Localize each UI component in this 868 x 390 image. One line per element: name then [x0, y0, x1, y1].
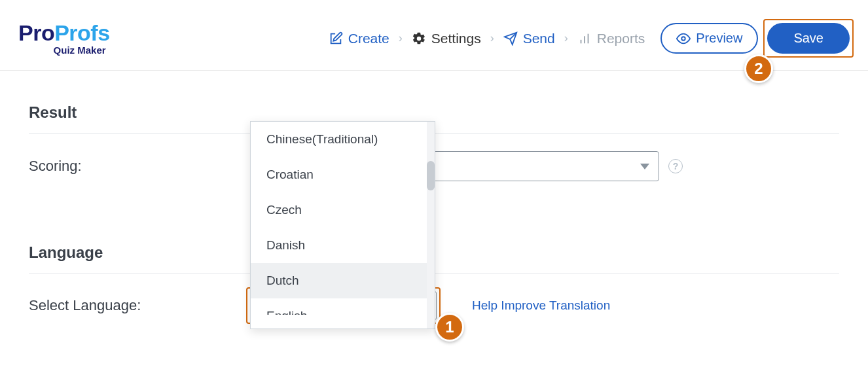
chevron-right-icon: › — [490, 31, 494, 45]
save-button-wrap: Save — [767, 23, 850, 54]
nav-right: Create › Settings › Send › Re — [329, 23, 850, 54]
select-language-label: Select Language: — [29, 297, 250, 314]
chevron-right-icon: › — [399, 31, 403, 45]
logo-part1: Pro — [18, 20, 54, 45]
scrollbar-thumb[interactable] — [427, 161, 435, 190]
preview-button[interactable]: Preview — [660, 23, 758, 54]
logo[interactable]: ProProfs Quiz Maker — [18, 22, 110, 55]
dropdown-option[interactable]: Czech — [251, 192, 435, 228]
send-icon — [503, 31, 518, 46]
breadcrumb: Create › Settings › Send › Re — [329, 31, 645, 46]
language-dropdown[interactable]: Chinese(Traditional) Croatian Czech Dani… — [250, 121, 435, 329]
dropdown-option[interactable]: Croatian — [251, 157, 435, 192]
dropdown-option[interactable]: Chinese(Traditional) — [251, 122, 435, 157]
breadcrumb-settings[interactable]: Settings — [412, 31, 481, 46]
scrollbar-track[interactable] — [427, 122, 435, 328]
save-label: Save — [793, 31, 823, 46]
help-icon[interactable]: ? — [668, 159, 683, 173]
logo-subtitle: Quiz Maker — [18, 45, 110, 55]
eye-icon — [676, 31, 691, 46]
chevron-down-icon — [640, 164, 649, 169]
edit-icon — [329, 31, 343, 46]
scoring-label: Scoring: — [29, 158, 250, 175]
breadcrumb-send[interactable]: Send — [503, 31, 555, 46]
callout-1: 1 — [435, 313, 464, 342]
breadcrumb-label: Create — [348, 31, 389, 46]
preview-label: Preview — [696, 31, 742, 46]
bar-chart-icon — [577, 31, 592, 46]
breadcrumb-reports[interactable]: Reports — [577, 31, 645, 46]
svg-point-3 — [682, 37, 686, 41]
dropdown-option[interactable]: Danish — [251, 228, 435, 263]
dropdown-option[interactable]: English — [251, 298, 435, 315]
chevron-right-icon: › — [564, 31, 568, 45]
topbar: ProProfs Quiz Maker Create › Settings › — [0, 0, 868, 71]
breadcrumb-create[interactable]: Create — [329, 31, 389, 46]
dropdown-option-selected[interactable]: Dutch — [251, 263, 435, 298]
help-improve-translation-link[interactable]: Help Improve Translation — [472, 298, 610, 313]
breadcrumb-label: Send — [523, 31, 555, 46]
callout-2: 2 — [744, 54, 773, 83]
breadcrumb-label: Settings — [431, 31, 481, 46]
logo-part2: Profs — [54, 20, 109, 45]
gear-icon — [412, 31, 426, 46]
breadcrumb-label: Reports — [597, 31, 645, 46]
save-button[interactable]: Save — [767, 23, 850, 54]
